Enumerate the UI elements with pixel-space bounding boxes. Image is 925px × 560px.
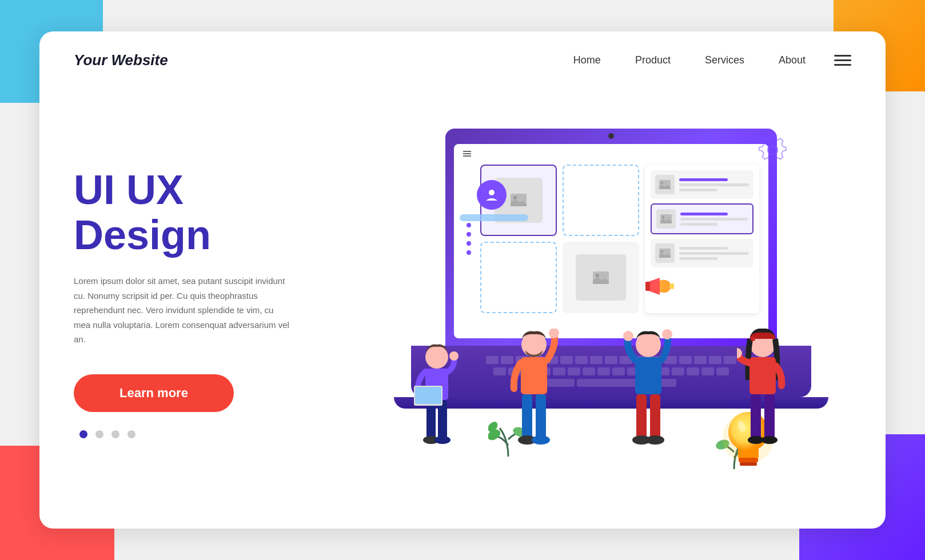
nav-logo: Your Website (74, 51, 168, 69)
key (687, 367, 699, 375)
svg-point-27 (434, 436, 450, 444)
key (590, 356, 603, 364)
svg-point-52 (761, 436, 778, 444)
screen-topbar (463, 151, 759, 157)
svg-point-44 (646, 435, 664, 445)
hamburger-menu[interactable] (834, 55, 851, 66)
svg-point-30 (521, 332, 547, 357)
svg-rect-47 (749, 357, 776, 394)
laptop-camera (608, 133, 614, 139)
hero-title-line2: Design (74, 212, 211, 258)
avatar-circle (477, 180, 507, 210)
svg-rect-29 (415, 387, 441, 404)
svg-rect-25 (438, 400, 447, 440)
nav-link-product[interactable]: Product (635, 54, 671, 66)
key (605, 356, 617, 364)
screen-hamburger-icon (463, 151, 471, 157)
figure-person-1 (411, 340, 462, 454)
svg-rect-41 (636, 394, 647, 440)
figure-person-3 (623, 329, 674, 454)
nav-link-services[interactable]: Services (705, 54, 744, 66)
screen-ui (454, 144, 768, 338)
laptop-screen-outer (445, 129, 777, 346)
svg-point-1 (513, 196, 517, 199)
svg-point-39 (623, 331, 633, 341)
figure-person-2 (508, 329, 560, 454)
slide-dot-4[interactable] (127, 430, 135, 438)
svg-point-23 (449, 351, 458, 361)
key (701, 367, 714, 375)
hero-illustration (348, 89, 851, 506)
key (694, 356, 707, 364)
nav-item-product[interactable]: Product (635, 54, 671, 66)
screen-search-bar (460, 214, 528, 221)
main-card: Your Website Home Product Services About (39, 31, 886, 529)
nav-links: Home Product Services About (573, 54, 806, 66)
svg-rect-33 (522, 394, 532, 440)
svg-rect-31 (521, 357, 547, 394)
megaphone-icon (645, 275, 674, 300)
hero-title-line1: UI UX (74, 167, 184, 213)
key (575, 356, 588, 364)
svg-point-46 (751, 337, 755, 341)
nav-link-about[interactable]: About (779, 54, 806, 66)
nav-item-services[interactable]: Services (705, 54, 744, 66)
svg-point-36 (532, 435, 550, 445)
svg-point-51 (748, 436, 764, 444)
key (560, 356, 573, 364)
nav-link-home[interactable]: Home (573, 54, 601, 66)
navbar: Your Website Home Product Services About (39, 31, 886, 89)
hamburger-line-2 (834, 59, 851, 61)
slide-dot-1[interactable] (79, 430, 87, 438)
key (486, 356, 499, 364)
laptop-screen-inner (454, 144, 768, 338)
svg-rect-38 (635, 357, 661, 394)
svg-rect-18 (739, 458, 758, 462)
hero-description: Lorem ipsum dolor sit amet, sea putant s… (74, 274, 291, 347)
hamburger-line-1 (834, 55, 851, 57)
gear-icon (757, 134, 788, 168)
svg-rect-42 (650, 394, 660, 440)
svg-rect-34 (536, 394, 546, 440)
laptop-illustration (377, 117, 823, 506)
nav-item-home[interactable]: Home (573, 54, 601, 66)
key (716, 367, 729, 375)
svg-point-3 (596, 274, 599, 277)
svg-point-21 (425, 346, 448, 369)
svg-point-7 (662, 216, 664, 218)
key (679, 356, 692, 364)
main-content: UI UX Design Lorem ipsum dolor sit amet,… (39, 89, 886, 529)
svg-rect-53 (645, 282, 650, 291)
svg-point-37 (636, 332, 661, 357)
figure-person-4 (737, 329, 788, 454)
svg-point-9 (661, 250, 663, 253)
key (724, 356, 736, 364)
slide-dots (79, 430, 348, 438)
svg-rect-50 (764, 394, 775, 440)
key (493, 367, 506, 375)
svg-point-40 (662, 329, 672, 339)
slide-dot-2[interactable] (95, 430, 103, 438)
nav-item-about[interactable]: About (779, 54, 806, 66)
svg-point-10 (489, 190, 495, 195)
hamburger-line-3 (834, 64, 851, 66)
svg-rect-19 (740, 462, 757, 466)
key (597, 367, 610, 375)
key (709, 356, 721, 364)
svg-point-5 (661, 182, 663, 184)
learn-more-button[interactable]: Learn more (74, 374, 234, 412)
key (568, 367, 580, 375)
key (583, 367, 595, 375)
left-side: UI UX Design Lorem ipsum dolor sit amet,… (74, 89, 348, 506)
hero-title: UI UX Design (74, 167, 348, 258)
svg-rect-24 (426, 400, 436, 440)
slide-dot-3[interactable] (111, 430, 119, 438)
svg-rect-49 (751, 394, 761, 440)
